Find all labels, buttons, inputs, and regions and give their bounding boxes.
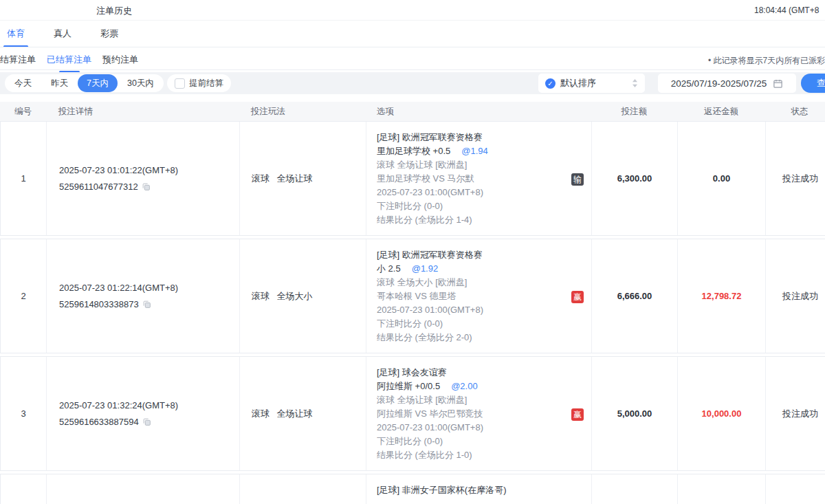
filter-yesterday-button[interactable]: 昨天	[41, 74, 78, 92]
date-range-input[interactable]: 2025/07/19-2025/07/25	[658, 74, 796, 93]
early-settlement-filter[interactable]: 提前结算	[167, 74, 231, 92]
tab-sports[interactable]: 体育	[6, 26, 26, 50]
match-teams: 里加足球学校 VS 马尔默	[377, 172, 564, 186]
tab-live-casino[interactable]: 真人	[52, 26, 73, 50]
table-row: 1 2025-07-23 01:01:22(GMT+8) 52596110476…	[0, 121, 825, 236]
market-info: 滚球 全场大小 [欧洲盘]	[377, 276, 564, 289]
bet-history-table: 编号 投注详情 投注玩法 选项 投注额 返还金额 状态 1 2025-07-23…	[0, 102, 825, 504]
page-title: 注单历史	[96, 5, 132, 17]
date-range-value: 2025/07/19-2025/07/25	[671, 78, 767, 89]
stake-amount	[592, 474, 678, 504]
play-type: 滚球 全场让球	[240, 357, 366, 470]
copy-icon[interactable]	[142, 417, 151, 426]
bet-detail-cell: 2025-07-23 01:32:24(GMT+8) 5259616633887…	[47, 357, 240, 470]
filter-bar: 今天 昨天 7天内 30天内 提前结算 ✓ 默认排序 2025/07/19-20…	[0, 72, 825, 94]
row-number	[1, 474, 47, 504]
column-header-stake: 投注额	[591, 106, 677, 118]
league-name: [足球] 欧洲冠军联赛资格赛	[377, 248, 564, 262]
odds-value: @1.94	[461, 146, 488, 156]
option-cell: [足球] 非洲女子国家杯(在摩洛哥)	[366, 474, 592, 504]
divider	[0, 47, 825, 47]
bet-status	[766, 474, 825, 504]
sort-select[interactable]: ✓ 默认排序	[538, 74, 645, 93]
row-number: 2	[1, 239, 47, 353]
tab-lottery[interactable]: 彩票	[99, 26, 120, 50]
match-time: 2025-07-23 01:00(GMT+8)	[377, 421, 564, 435]
order-id: 5259616633887594	[59, 414, 139, 430]
bet-status: 投注成功	[766, 239, 825, 353]
record-notice: • 此记录将显示7天内所有已派彩的	[708, 55, 825, 67]
bet-status: 投注成功	[766, 122, 825, 235]
bet-detail-cell	[47, 474, 240, 504]
table-row: 3 2025-07-23 01:32:24(GMT+8) 52596166338…	[0, 356, 825, 471]
pick-name: 小 2.5	[377, 263, 401, 274]
column-header-payout: 返还金额	[677, 106, 765, 118]
early-settlement-checkbox[interactable]	[175, 78, 185, 89]
play-type: 滚球 全场让球	[240, 122, 366, 235]
match-teams: 哥本哈根 VS 德里塔	[377, 289, 564, 303]
copy-icon[interactable]	[142, 182, 151, 191]
option-cell: [足球] 欧洲冠军联赛资格赛 里加足球学校 +0.5@1.94 滚球 全场让球 …	[366, 122, 592, 235]
pick-name: 里加足球学校 +0.5	[377, 146, 450, 156]
filter-today-button[interactable]: 今天	[5, 74, 41, 92]
win-badge: 赢	[571, 408, 584, 421]
league-name: [足球] 非洲女子国家杯(在摩洛哥)	[377, 483, 564, 497]
score-at-bet: 下注时比分 (0-0)	[377, 317, 564, 331]
filter-7days-button[interactable]: 7天内	[78, 74, 118, 92]
payout-amount: 10,000.00	[678, 357, 766, 470]
order-id: 5259611047677312	[59, 179, 138, 195]
score-at-bet: 下注时比分 (0-0)	[377, 199, 564, 213]
calendar-icon	[773, 78, 783, 89]
copy-icon[interactable]	[142, 300, 151, 309]
column-header-detail: 投注详情	[46, 106, 239, 118]
win-badge: 赢	[571, 291, 584, 303]
column-header-status: 状态	[765, 106, 825, 118]
bet-time: 2025-07-23 01:01:22(GMT+8)	[59, 162, 239, 179]
bet-detail-cell: 2025-07-23 01:22:14(GMT+8) 5259614803338…	[47, 239, 240, 353]
sort-order-icon	[632, 78, 638, 88]
filter-30days-button[interactable]: 30天内	[118, 74, 164, 92]
table-row: 2 2025-07-23 01:22:14(GMT+8) 52596148033…	[0, 239, 825, 353]
option-cell: [足球] 欧洲冠军联赛资格赛 小 2.5@1.92 滚球 全场大小 [欧洲盘] …	[366, 239, 592, 353]
bet-detail-cell: 2025-07-23 01:01:22(GMT+8) 5259611047677…	[47, 122, 240, 235]
result-score: 结果比分 (全场比分 1-4)	[377, 213, 564, 227]
bet-time: 2025-07-23 01:22:14(GMT+8)	[59, 280, 239, 296]
match-time: 2025-07-23 01:00(GMT+8)	[377, 303, 564, 317]
server-time: 18:04:44 (GMT+8	[754, 6, 819, 15]
result-score: 结果比分 (全场比分 2-0)	[377, 331, 564, 344]
league-name: [足球] 球会友谊赛	[377, 366, 564, 380]
top-bar: 注单历史 18:04:44 (GMT+8	[0, 0, 825, 21]
match-teams: 阿拉维斯 VS 毕尔巴鄂竞技	[377, 407, 564, 421]
sort-select-value: 默认排序	[560, 77, 596, 89]
check-circle-icon: ✓	[545, 78, 556, 89]
search-button[interactable]: 查询	[801, 74, 825, 93]
play-type: 滚球 全场大小	[240, 239, 366, 353]
market-info: 滚球 全场让球 [欧洲盘]	[377, 158, 564, 172]
payout-amount	[678, 474, 766, 504]
column-header-option: 选项	[366, 106, 591, 118]
score-at-bet: 下注时比分 (0-0)	[377, 435, 564, 448]
lose-badge: 输	[571, 173, 584, 186]
payout-amount: 0.00	[678, 122, 766, 235]
column-header-no: 编号	[0, 106, 46, 118]
row-number: 1	[1, 122, 47, 235]
league-name: [足球] 欧洲冠军联赛资格赛	[377, 131, 564, 144]
odds-value: @2.00	[451, 381, 478, 391]
option-cell: [足球] 球会友谊赛 阿拉维斯 +0/0.5@2.00 滚球 全场让球 [欧洲盘…	[366, 357, 592, 470]
category-tabs: 体育 真人 彩票	[6, 26, 120, 50]
row-number: 3	[1, 357, 47, 470]
market-info: 滚球 全场让球 [欧洲盘]	[377, 393, 564, 407]
order-id: 5259614803338873	[59, 296, 139, 313]
bet-status: 投注成功	[766, 357, 825, 470]
odds-value: @1.92	[412, 263, 439, 274]
table-row: [足球] 非洲女子国家杯(在摩洛哥)	[0, 474, 825, 504]
payout-amount: 12,798.72	[678, 239, 766, 353]
stake-amount: 5,000.00	[592, 357, 678, 470]
match-time: 2025-07-23 01:00(GMT+8)	[377, 186, 564, 199]
stake-amount: 6,666.00	[592, 239, 678, 353]
early-settlement-label: 提前结算	[189, 78, 223, 89]
pick-name: 阿拉维斯 +0/0.5	[377, 381, 440, 391]
result-score: 结果比分 (全场比分 1-0)	[377, 448, 564, 462]
stake-amount: 6,300.00	[592, 122, 678, 235]
date-quick-filters: 今天 昨天 7天内 30天内	[5, 74, 164, 92]
